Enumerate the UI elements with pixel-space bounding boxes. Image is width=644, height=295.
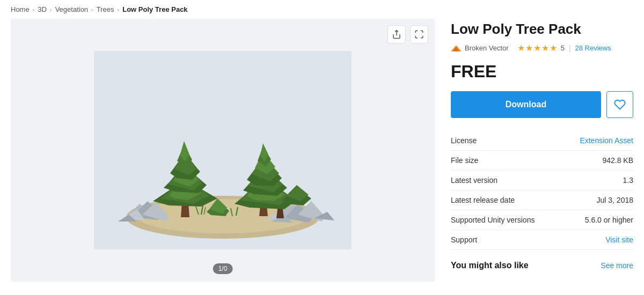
author-name[interactable]: Broken Vector xyxy=(465,44,509,52)
support-value[interactable]: Visit site xyxy=(562,230,633,250)
product-info: Low Poly Tree Pack Broken Vector ★★★★★ 5… xyxy=(451,19,633,282)
breadcrumb-current: Low Poly Tree Pack xyxy=(122,5,187,13)
price-label: FREE xyxy=(451,62,633,82)
author-logo-icon xyxy=(451,44,462,53)
version-row: Latest version 1.3 xyxy=(451,171,633,190)
breadcrumb-sep-4: › xyxy=(118,6,120,13)
release-label: Latest release date xyxy=(451,190,562,210)
breadcrumb-trees[interactable]: Trees xyxy=(97,5,114,13)
heart-icon xyxy=(614,99,626,110)
action-row: Download xyxy=(451,91,633,118)
download-button[interactable]: Download xyxy=(451,91,601,118)
recommendations-title: You might also like xyxy=(451,261,529,270)
breadcrumb-sep-1: › xyxy=(33,6,35,13)
wishlist-button[interactable] xyxy=(606,91,633,118)
author-info: Broken Vector xyxy=(451,44,509,53)
share-button[interactable] xyxy=(387,25,406,43)
release-value: Jul 3, 2018 xyxy=(562,190,633,210)
breadcrumb-3d[interactable]: 3D xyxy=(38,5,47,13)
see-more-link[interactable]: See more xyxy=(601,261,633,270)
file-size-value: 942.8 KB xyxy=(562,151,633,171)
breadcrumb-sep-2: › xyxy=(50,6,52,13)
image-toolbar xyxy=(387,25,428,43)
license-value[interactable]: Extension Asset xyxy=(562,131,633,151)
image-counter: 1/0 xyxy=(213,263,233,274)
fullscreen-button[interactable] xyxy=(410,25,428,43)
unity-row: Supported Unity versions 5.6.0 or higher xyxy=(451,210,633,230)
license-label: License xyxy=(451,131,562,151)
unity-label: Supported Unity versions xyxy=(451,210,562,230)
breadcrumb-home[interactable]: Home xyxy=(11,5,30,13)
breadcrumb: Home › 3D › Vegetation › Trees › Low Pol… xyxy=(0,0,644,19)
support-label: Support xyxy=(451,230,562,250)
support-row: Support Visit site xyxy=(451,230,633,250)
breadcrumb-vegetation[interactable]: Vegetation xyxy=(55,5,88,13)
release-row: Latest release date Jul 3, 2018 xyxy=(451,190,633,210)
license-row: License Extension Asset xyxy=(451,131,633,151)
version-label: Latest version xyxy=(451,171,562,190)
author-row: Broken Vector ★★★★★ 5 | 28 Reviews xyxy=(451,43,633,53)
rating-value: 5 xyxy=(561,44,565,52)
rating-row: ★★★★★ 5 | 28 Reviews xyxy=(517,43,611,53)
support-link[interactable]: Visit site xyxy=(605,235,633,244)
license-link[interactable]: Extension Asset xyxy=(580,136,633,145)
product-image xyxy=(94,51,352,249)
main-container: 1/0 Low Poly Tree Pack Broken Vector ★★★… xyxy=(0,19,644,292)
unity-value: 5.6.0 or higher xyxy=(562,210,633,230)
file-size-label: File size xyxy=(451,151,562,171)
pipe-separator: | xyxy=(569,44,571,53)
reviews-link[interactable]: 28 Reviews xyxy=(575,44,611,52)
product-title: Low Poly Tree Pack xyxy=(451,21,633,38)
recommendations-header: You might also like See more xyxy=(451,261,633,270)
star-rating: ★★★★★ xyxy=(517,43,558,53)
breadcrumb-sep-3: › xyxy=(91,6,93,13)
version-value: 1.3 xyxy=(562,171,633,190)
file-size-row: File size 942.8 KB xyxy=(451,151,633,171)
image-panel: 1/0 xyxy=(11,19,435,282)
details-table: License Extension Asset File size 942.8 … xyxy=(451,131,633,250)
